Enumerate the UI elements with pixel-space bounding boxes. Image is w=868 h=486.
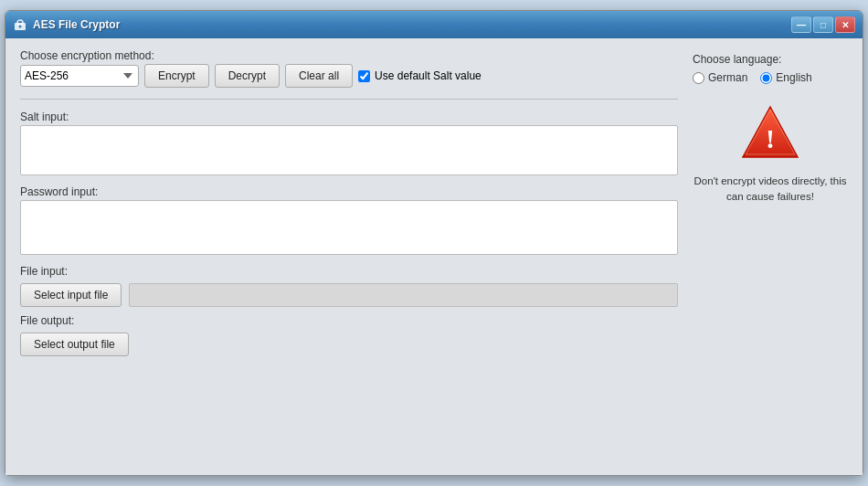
main-content: Choose encryption method: AES-256 AES-12…	[5, 38, 863, 475]
title-bar-buttons: — □ ✕	[791, 16, 855, 33]
file-input-row: Select input file	[20, 283, 678, 307]
maximize-button[interactable]: □	[813, 16, 833, 33]
salt-input-section: Salt input:	[20, 111, 678, 178]
german-label: German	[708, 71, 747, 84]
app-icon	[13, 17, 27, 32]
window-title: AES File Cryptor	[33, 18, 791, 31]
german-radio-item: German	[693, 71, 747, 84]
left-panel: Choose encryption method: AES-256 AES-12…	[20, 49, 678, 464]
select-output-file-button[interactable]: Select output file	[20, 333, 129, 356]
english-label: English	[776, 71, 811, 84]
salt-input-label: Salt input:	[20, 111, 678, 123]
use-default-salt-row: Use default Salt value	[358, 69, 482, 82]
select-input-file-button[interactable]: Select input file	[20, 283, 122, 307]
separator-1	[20, 99, 678, 100]
language-radio-row: German English	[693, 71, 848, 84]
choose-method-label: Choose encryption method:	[20, 49, 674, 62]
svg-text:!: !	[766, 123, 775, 153]
password-input-label: Password input:	[20, 185, 678, 198]
minimize-button[interactable]: —	[791, 16, 811, 33]
file-output-row: Select output file	[20, 333, 678, 356]
main-window: AES File Cryptor — □ ✕ Choose encryption…	[5, 10, 863, 476]
toolbar-section: Choose encryption method: AES-256 AES-12…	[20, 49, 678, 88]
use-default-salt-checkbox[interactable]	[358, 70, 370, 82]
toolbar-row: AES-256 AES-128 Encrypt Decrypt Clear al…	[20, 64, 678, 88]
english-radio-item: English	[760, 71, 811, 84]
right-panel: Choose language: German English	[693, 49, 848, 464]
password-input-section: Password input:	[20, 185, 678, 258]
english-radio[interactable]	[760, 72, 772, 84]
encryption-method-dropdown[interactable]: AES-256 AES-128	[20, 65, 139, 87]
file-output-section: File output: Select output file	[20, 314, 678, 356]
salt-input-field[interactable]	[20, 125, 678, 175]
password-input-field[interactable]	[20, 200, 678, 255]
german-radio[interactable]	[693, 72, 704, 84]
title-bar: AES File Cryptor — □ ✕	[5, 11, 863, 38]
svg-rect-1	[17, 20, 23, 25]
warning-icon: !	[738, 102, 802, 166]
language-section: Choose language: German English	[693, 53, 848, 84]
choose-language-label: Choose language:	[693, 53, 848, 66]
encrypt-button[interactable]: Encrypt	[144, 64, 209, 88]
warning-box: ! Don't encrypt videos directly, this ca…	[693, 102, 848, 206]
file-input-section: File input: Select input file	[20, 265, 678, 307]
file-output-label: File output:	[20, 314, 678, 327]
warning-text: Don't encrypt videos directly, this can …	[693, 174, 848, 206]
use-default-salt-label: Use default Salt value	[375, 69, 482, 82]
file-input-label: File input:	[20, 265, 678, 278]
decrypt-button[interactable]: Decrypt	[215, 64, 280, 88]
svg-point-2	[19, 26, 22, 28]
clear-all-button[interactable]: Clear all	[285, 64, 353, 88]
close-button[interactable]: ✕	[835, 16, 855, 33]
file-input-path	[129, 283, 678, 307]
